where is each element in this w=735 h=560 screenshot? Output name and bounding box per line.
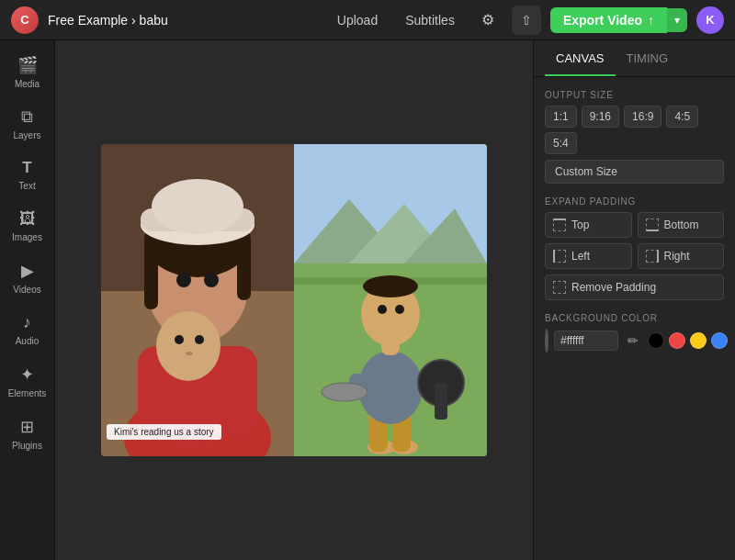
svg-point-20 — [204, 273, 219, 287]
breadcrumb: Free Example › babu — [48, 13, 168, 28]
remove-padding-button[interactable]: Remove Padding — [545, 274, 724, 300]
sidebar-item-media[interactable]: 🎬 Media — [4, 48, 51, 96]
upload-button[interactable]: Upload — [328, 9, 387, 31]
svg-point-41 — [322, 383, 368, 401]
tab-canvas[interactable]: CANVAS — [545, 40, 616, 76]
padding-left-label: Left — [571, 250, 590, 263]
export-dropdown-button[interactable]: ▾ — [667, 8, 687, 32]
text-label: Text — [18, 181, 35, 191]
videos-label: Videos — [13, 285, 40, 295]
svg-rect-40 — [435, 383, 447, 420]
sidebar-item-text[interactable]: T Text — [4, 151, 51, 198]
sidebar-item-plugins[interactable]: ⊞ Plugins — [4, 409, 51, 458]
background-color-section: BACKGROUND COLOR ✏ — [545, 313, 724, 353]
hex-input[interactable] — [554, 330, 618, 351]
svg-point-36 — [363, 275, 418, 297]
timing-tab-label: TIMING — [627, 51, 669, 65]
sidebar-item-videos[interactable]: ▶ Videos — [4, 253, 51, 302]
canvas-content: Kimi's reading us a story — [55, 40, 533, 560]
subtitle-text: Kimi's reading us a story — [114, 427, 214, 437]
topbar: C Free Example › babu Upload Subtitles ⚙… — [0, 0, 735, 40]
canvas-area: Kimi's reading us a story — [55, 40, 533, 560]
subtitle-overlay: Kimi's reading us a story — [107, 424, 221, 440]
size-4-5[interactable]: 4:5 — [666, 106, 698, 128]
project-parent[interactable]: Free Example — [48, 13, 128, 28]
preset-colors — [648, 332, 728, 349]
padding-bottom-icon — [646, 218, 659, 231]
left-sidebar: 🎬 Media ⧉ Layers T Text 🖼 Images ▶ Video… — [0, 40, 55, 560]
preset-red[interactable] — [669, 332, 685, 349]
svg-point-15 — [156, 311, 220, 381]
audio-icon: ♪ — [23, 313, 31, 332]
video-right-preview — [294, 144, 487, 456]
user-avatar[interactable]: K — [696, 6, 724, 34]
padding-left-button[interactable]: Left — [545, 243, 632, 269]
size-buttons: 1:1 9:16 16:9 4:5 5:4 — [545, 106, 724, 154]
settings-icon[interactable]: ⚙ — [473, 6, 503, 35]
video-left-preview — [101, 144, 294, 456]
video-left-panel: Kimi's reading us a story — [101, 144, 294, 456]
share-button[interactable]: ⇧ — [512, 6, 541, 35]
custom-size-button[interactable]: Custom Size — [545, 160, 724, 184]
color-row: ✏ — [545, 329, 724, 353]
project-name: babu — [140, 13, 168, 28]
images-label: Images — [12, 232, 42, 242]
svg-point-14 — [152, 179, 243, 234]
preset-yellow[interactable] — [690, 332, 707, 349]
canvas-tab-label: CANVAS — [556, 51, 605, 65]
user-initial: K — [706, 13, 714, 27]
pipette-button[interactable]: ✏ — [624, 331, 642, 350]
media-icon: 🎬 — [17, 55, 38, 75]
images-icon: 🖼 — [19, 209, 36, 229]
right-panel: CANVAS TIMING OUTPUT SIZE 1:1 9:16 16:9 … — [533, 40, 735, 560]
padding-right-button[interactable]: Right — [638, 243, 725, 269]
size-5-4[interactable]: 5:4 — [545, 132, 577, 154]
export-group: Export Video ↑ ▾ — [550, 7, 687, 33]
sidebar-item-elements[interactable]: ✦ Elements — [4, 357, 51, 406]
white-swatch[interactable] — [545, 329, 548, 353]
export-button[interactable]: Export Video ↑ — [550, 7, 667, 33]
padding-right-label: Right — [664, 250, 690, 263]
padding-top-button[interactable]: Top — [545, 212, 632, 238]
video-canvas: Kimi's reading us a story — [101, 144, 487, 456]
size-16-9[interactable]: 16:9 — [624, 106, 662, 128]
breadcrumb-sep: › — [131, 13, 140, 28]
preset-blue[interactable] — [711, 332, 728, 349]
svg-point-16 — [175, 335, 184, 344]
padding-bottom-button[interactable]: Bottom — [638, 212, 725, 238]
app-logo: C — [11, 6, 39, 34]
padding-bottom-label: Bottom — [664, 218, 699, 231]
bg-color-label: BACKGROUND COLOR — [545, 313, 724, 323]
tab-timing[interactable]: TIMING — [616, 40, 680, 76]
export-label: Export Video — [563, 13, 642, 28]
padding-top-label: Top — [571, 218, 589, 231]
output-size-label: OUTPUT SIZE — [545, 90, 724, 100]
sidebar-item-images[interactable]: 🖼 Images — [4, 202, 51, 250]
main-layout: 🎬 Media ⧉ Layers T Text 🖼 Images ▶ Video… — [0, 40, 735, 560]
panel-body: OUTPUT SIZE 1:1 9:16 16:9 4:5 5:4 Custom… — [534, 77, 735, 365]
plugins-icon: ⊞ — [20, 417, 34, 437]
svg-rect-11 — [237, 236, 251, 300]
expand-padding-label: EXPAND PADDING — [545, 196, 724, 207]
padding-top-icon — [553, 218, 566, 231]
svg-point-18 — [186, 352, 193, 355]
plugins-label: Plugins — [12, 441, 42, 451]
size-1-1[interactable]: 1:1 — [545, 106, 577, 128]
size-9-16[interactable]: 9:16 — [582, 106, 619, 128]
output-size-section: OUTPUT SIZE 1:1 9:16 16:9 4:5 5:4 Custom… — [545, 90, 724, 184]
layers-icon: ⧉ — [21, 107, 33, 127]
remove-padding-label: Remove Padding — [571, 281, 656, 294]
subtitles-button[interactable]: Subtitles — [396, 9, 464, 31]
padding-buttons: Top Bottom Left Right — [545, 212, 724, 269]
export-upload-icon: ↑ — [648, 13, 654, 28]
sidebar-item-audio[interactable]: ♪ Audio — [4, 306, 51, 353]
svg-point-19 — [176, 273, 191, 287]
preset-black[interactable] — [648, 332, 664, 349]
sidebar-item-layers[interactable]: ⧉ Layers — [4, 100, 51, 148]
padding-right-icon — [646, 250, 659, 263]
media-label: Media — [15, 79, 40, 89]
padding-left-icon — [553, 250, 566, 263]
svg-point-37 — [378, 305, 387, 314]
expand-padding-section: EXPAND PADDING Top Bottom Left — [545, 196, 724, 300]
panel-tabs: CANVAS TIMING — [534, 40, 735, 77]
